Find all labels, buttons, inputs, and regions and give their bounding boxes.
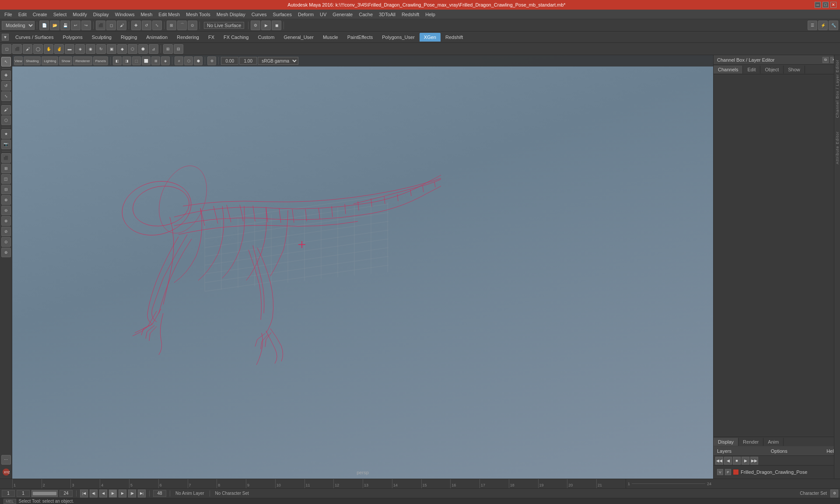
rp-tab-object[interactable]: Object [760,66,784,74]
tool2-smooth[interactable]: ◯ [33,44,43,54]
menu-edit-mesh[interactable]: Edit Mesh [156,11,182,18]
tool2-fill[interactable]: ⬢ [138,44,148,54]
layer-next-btn[interactable]: ▶▶ [750,457,758,465]
vp-gamma-select[interactable]: sRGB gamma [258,57,298,65]
select-tool[interactable]: ↖ [1,57,11,66]
start-frame-input[interactable] [2,490,15,497]
select-mode-btn[interactable]: ⬛ [96,21,105,30]
vp-panels-menu[interactable]: Panels [93,56,108,65]
current-frame-input[interactable] [17,490,30,497]
tab-general-user[interactable]: General_User [279,33,318,42]
rp-float-btn[interactable]: ⧉ [822,57,829,63]
menu-edit[interactable]: Edit [16,11,29,18]
layer-stop-btn[interactable]: ■ [733,457,741,465]
vp-cam-btn4[interactable]: ⬜ [142,56,150,65]
display-tool-5[interactable]: ⊕ [1,195,11,205]
quick-select[interactable]: ★ [1,129,11,139]
vp-cam-btn1[interactable]: ◧ [113,56,122,65]
tab-sculpting[interactable]: Sculpting [88,33,116,42]
display-tool-4[interactable]: ⊟ [1,185,11,194]
render-settings-btn[interactable]: ⚙ [251,21,260,30]
playback-prev-key[interactable]: ◀| [90,490,98,497]
tab-fx[interactable]: FX [204,33,219,42]
snap-point-btn[interactable]: ⊙ [188,21,197,30]
vp-renderer-menu[interactable]: Renderer [73,56,92,65]
display-tool-2[interactable]: ⊞ [1,164,11,173]
tab-rendering[interactable]: Rendering [172,33,203,42]
rp-tab-show[interactable]: Show [784,66,805,74]
paint-select-btn[interactable]: 🖌 [117,21,126,30]
viewport[interactable]: View Shading Lighting Show Renderer Pane… [12,55,713,479]
menu-mesh-display[interactable]: Mesh Display [214,11,248,18]
tool2-paint[interactable]: 🖌 [23,44,32,54]
display-tool-8[interactable]: ⊘ [1,227,11,236]
layer-prev-btn[interactable]: ◀ [724,457,732,465]
display-tool-1[interactable]: ⬛ [1,153,11,163]
tool2-spray[interactable]: ◉ [86,44,95,54]
tab-polygons[interactable]: Polygons [58,33,87,42]
le-tab-render[interactable]: Render [738,438,763,446]
menu-deform[interactable]: Deform [295,11,316,18]
menu-display[interactable]: Display [91,11,112,18]
rp-tab-edit[interactable]: Edit [743,66,760,74]
channel-box-btn[interactable]: ☰ [808,21,817,30]
tool2-repeat[interactable]: ↻ [96,44,106,54]
rotate-btn[interactable]: ↺ [142,21,151,30]
menu-file[interactable]: File [2,11,15,18]
ipr-render-btn[interactable]: ◼ [272,21,281,30]
save-file-btn[interactable]: 💾 [60,21,70,30]
open-file-btn[interactable]: 📂 [50,21,60,30]
playback-play-forward[interactable]: ▶ [109,490,117,497]
tab-animation[interactable]: Animation [142,33,172,42]
layer-playback-btn[interactable]: P [725,469,731,475]
tool2-extra1[interactable]: ⊞ [163,44,173,54]
more-tools-btn[interactable]: ⋯ [1,455,11,465]
tab-rigging[interactable]: Rigging [116,33,141,42]
paint-tool[interactable]: 🖌 [1,105,11,115]
lasso-btn[interactable]: ◻ [106,21,116,30]
playback-prev-frame[interactable]: ◀ [99,490,107,497]
tool2-scrape[interactable]: ⬡ [128,44,137,54]
menu-redshift[interactable]: Redshift [399,11,422,18]
fps-input[interactable] [153,490,166,497]
menu-cache[interactable]: Cache [356,11,375,18]
menu-select[interactable]: Select [51,11,70,18]
tool2-pinch[interactable]: ✌ [54,44,64,54]
vp-lighting-menu[interactable]: Lighting [42,56,58,65]
rp-tab-channels[interactable]: Channels [714,66,743,74]
vp-show-menu[interactable]: Show [59,56,72,65]
tab-muscle[interactable]: Muscle [318,33,343,42]
menu-create[interactable]: Create [30,11,50,18]
vp-render-icon[interactable]: ⚙ [207,56,216,65]
scale-tool[interactable]: ⤡ [1,91,11,101]
layer-row-0[interactable]: V P Frilled_Dragon_Crawling_Pose [715,467,838,477]
vp-cam-btn6[interactable]: ◈ [161,56,170,65]
move-btn[interactable]: ✚ [131,21,141,30]
layer-play-btn[interactable]: ▶ [742,457,749,465]
vp-shading-menu[interactable]: Shading [24,56,41,65]
tool2-flatten[interactable]: ▬ [65,44,74,54]
playback-go-end[interactable]: ▶| [138,490,146,497]
layer-new-btn[interactable]: ◀◀ [715,457,723,465]
workspace-selector[interactable]: Modeling [2,21,35,30]
menu-modify[interactable]: Modify [70,11,89,18]
new-file-btn[interactable]: 📄 [39,21,49,30]
vp-grid-btn[interactable]: # [175,56,183,65]
playback-next-key[interactable]: |▶ [128,490,136,497]
camera-tool[interactable]: 📷 [1,140,11,149]
display-tool-9[interactable]: ⊙ [1,237,11,247]
render-btn[interactable]: ▶ [261,21,271,30]
vp-input-2[interactable] [239,57,257,65]
display-tool-6[interactable]: ⊖ [1,206,11,215]
le-tab-display[interactable]: Display [714,438,738,446]
playback-next-frame[interactable]: ▶ [119,490,126,497]
attr-editor-btn[interactable]: ⚡ [818,21,828,30]
tool2-extra2[interactable]: ⊟ [174,44,183,54]
rotate-tool[interactable]: ↺ [1,81,11,91]
layer-color-swatch[interactable] [733,469,739,475]
tool2-grab[interactable]: ✋ [44,44,53,54]
tab-polygons-user[interactable]: Polygons_User [378,33,419,42]
tab-xgen[interactable]: XGen [420,33,441,42]
undo-btn[interactable]: ↩ [71,21,80,30]
display-tool-10[interactable]: ⊚ [1,248,11,257]
